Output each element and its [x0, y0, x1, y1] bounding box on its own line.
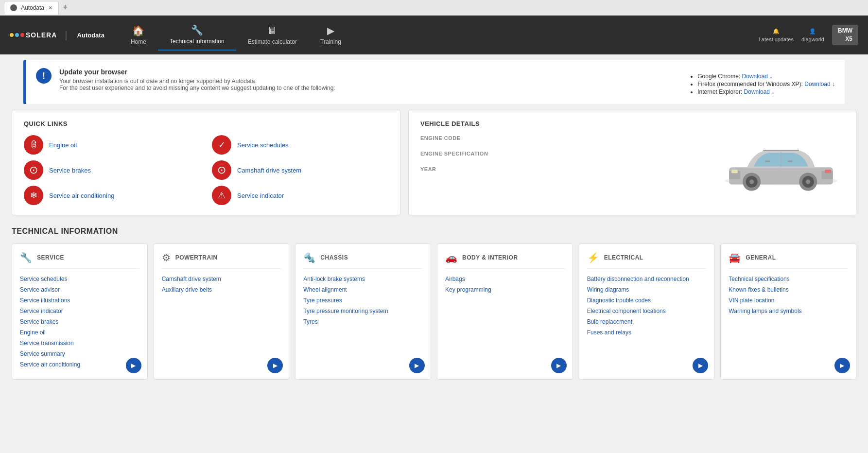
- service-card: 🔧 SERVICE Service schedules Service advi…: [12, 244, 148, 380]
- year-field: YEAR: [420, 166, 710, 172]
- body-card-title: BODY & INTERIOR: [462, 254, 518, 261]
- nav-training-label: Training: [320, 38, 341, 45]
- link-service-summary[interactable]: Service summary: [20, 350, 139, 357]
- link-bulb[interactable]: Bulb replacement: [587, 318, 707, 325]
- quick-link-engine-oil[interactable]: 🛢 Engine oil: [24, 135, 200, 155]
- nav-estimate-label: Estimate calculator: [248, 38, 297, 45]
- engine-code-field: ENGINE CODE: [420, 135, 710, 141]
- camshaft-label: Camshaft drive system: [237, 167, 301, 174]
- link-warning-lamps[interactable]: Warning lamps and symbols: [729, 308, 848, 314]
- logo-dot-red: [20, 33, 24, 37]
- quick-link-service-ac[interactable]: ❄ Service air conditioning: [24, 186, 200, 205]
- link-service-advisor[interactable]: Service advisor: [20, 286, 139, 293]
- service-play-button[interactable]: ▶: [126, 358, 141, 373]
- chassis-links: Anti-lock brake systems Wheel alignment …: [303, 276, 423, 325]
- electrical-card: ⚡ ELECTRICAL Battery disconnection and r…: [579, 244, 715, 380]
- link-component-locations[interactable]: Electrical component locations: [587, 308, 707, 314]
- nav-items: 🏠 Home 🔧 Technical information 🖩 Estimat…: [119, 19, 759, 51]
- general-links: Technical specifications Known fixes & b…: [729, 276, 848, 314]
- chassis-card-header: 🔩 CHASSIS: [303, 252, 423, 269]
- latest-updates-button[interactable]: 🔔 Latest updates: [759, 28, 794, 42]
- link-key-programming[interactable]: Key programming: [445, 286, 565, 293]
- link-wheel-alignment[interactable]: Wheel alignment: [303, 286, 423, 293]
- general-car-icon: 🚘: [729, 252, 741, 263]
- link-known-fixes[interactable]: Known fixes & bulletins: [729, 286, 848, 293]
- service-schedules-label: Service schedules: [237, 141, 289, 149]
- link-service-brakes[interactable]: Service brakes: [20, 318, 139, 325]
- link-tyres[interactable]: Tyres: [303, 318, 423, 325]
- ie-download-link[interactable]: Download ↓: [744, 88, 775, 95]
- link-tech-specs[interactable]: Technical specifications: [729, 276, 848, 282]
- main-content: ! Update your browser Your browser insta…: [0, 60, 868, 391]
- powertrain-card-title: POWERTRAIN: [175, 254, 218, 261]
- nav-item-estimate[interactable]: 🖩 Estimate calculator: [236, 20, 309, 50]
- electrical-card-title: ELECTRICAL: [604, 254, 643, 261]
- new-tab-button[interactable]: +: [59, 1, 71, 14]
- nav-item-training[interactable]: ▶ Training: [309, 20, 353, 50]
- solera-text: SOLERA: [26, 31, 57, 39]
- link-service-ac[interactable]: Service air conditioning: [20, 361, 139, 368]
- svg-rect-13: [763, 150, 799, 151]
- calculator-icon: 🖩: [267, 25, 277, 36]
- play-icon-3: ▶: [415, 362, 419, 369]
- chrome-download-link[interactable]: Download ↓: [742, 73, 773, 80]
- link-airbags[interactable]: Airbags: [445, 276, 565, 282]
- nav-item-technical[interactable]: 🔧 Technical information: [158, 19, 236, 51]
- user-label: diagworld: [801, 36, 824, 42]
- electrical-links: Battery disconnection and reconnection W…: [587, 276, 707, 336]
- quick-link-service-schedules[interactable]: ✓ Service schedules: [212, 135, 388, 155]
- user-account-button[interactable]: 👤 diagworld: [801, 28, 824, 42]
- play-icon-4: ▶: [556, 362, 561, 369]
- link-vin-plate[interactable]: VIN plate location: [729, 297, 848, 304]
- technical-info-section: TECHNICAL INFORMATION 🔧 SERVICE Service …: [12, 227, 856, 380]
- svg-point-5: [749, 179, 754, 184]
- svg-rect-15: [788, 160, 792, 162]
- vehicle-image: [718, 120, 844, 205]
- link-battery[interactable]: Battery disconnection and reconnection: [587, 276, 707, 282]
- link-dtc[interactable]: Diagnostic trouble codes: [587, 297, 707, 304]
- link-camshaft[interactable]: Camshaft drive system: [162, 276, 281, 282]
- vehicle-details-title: VEHICLE DETAILS: [420, 120, 710, 127]
- general-card: 🚘 GENERAL Technical specifications Known…: [720, 244, 856, 380]
- powertrain-play-button[interactable]: ▶: [267, 358, 283, 373]
- link-wiring[interactable]: Wiring diagrams: [587, 286, 707, 293]
- chassis-card-title: CHASSIS: [320, 254, 348, 261]
- body-play-button[interactable]: ▶: [551, 358, 567, 373]
- vehicle-badge[interactable]: BMW X5: [832, 25, 858, 45]
- tab-favicon: [10, 4, 17, 11]
- tab-close-button[interactable]: ✕: [48, 5, 52, 11]
- active-browser-tab[interactable]: Autodata ✕: [4, 1, 59, 15]
- quick-link-service-brakes[interactable]: ⊙ Service brakes: [24, 160, 200, 180]
- vehicle-name: BMW: [838, 27, 852, 35]
- link-service-schedules[interactable]: Service schedules: [20, 276, 139, 282]
- nav-technical-label: Technical information: [170, 38, 225, 45]
- electrical-play-button[interactable]: ▶: [693, 358, 708, 373]
- svg-rect-11: [731, 169, 738, 173]
- link-fuses[interactable]: Fuses and relays: [587, 329, 707, 336]
- link-service-indicator[interactable]: Service indicator: [20, 308, 139, 314]
- general-play-button[interactable]: ▶: [834, 358, 850, 373]
- quick-links-grid: 🛢 Engine oil ✓ Service schedules ⊙ Servi…: [24, 135, 388, 205]
- link-abs[interactable]: Anti-lock brake systems: [303, 276, 423, 282]
- link-engine-oil[interactable]: Engine oil: [20, 329, 139, 336]
- brakes-icon: ⊙: [24, 160, 43, 180]
- link-aux-belts[interactable]: Auxiliary drive belts: [162, 286, 281, 293]
- link-service-illustrations[interactable]: Service illustrations: [20, 297, 139, 304]
- link-service-transmission[interactable]: Service transmission: [20, 340, 139, 347]
- alert-icon: !: [36, 68, 52, 84]
- link-tpms[interactable]: Tyre pressure monitoring system: [303, 308, 423, 314]
- technical-info-title: TECHNICAL INFORMATION: [12, 227, 856, 236]
- quick-link-camshaft[interactable]: ⊙ Camshaft drive system: [212, 160, 388, 180]
- play-circle-icon: ▶: [327, 25, 334, 36]
- powertrain-card-header: ⚙ POWERTRAIN: [162, 252, 281, 269]
- nav-item-home[interactable]: 🏠 Home: [119, 20, 158, 50]
- body-interior-card: 🚗 BODY & INTERIOR Airbags Key programmin…: [437, 244, 573, 380]
- home-icon: 🏠: [132, 25, 144, 36]
- quick-link-service-indicator[interactable]: ⚠ Service indicator: [212, 186, 388, 205]
- powertrain-gear-icon: ⚙: [162, 252, 171, 263]
- link-tyre-pressures[interactable]: Tyre pressures: [303, 297, 423, 304]
- autodata-logo-text: Autodata: [77, 32, 104, 39]
- svg-rect-14: [765, 160, 770, 162]
- chassis-play-button[interactable]: ▶: [409, 358, 425, 373]
- firefox-download-link[interactable]: Download ↓: [804, 81, 835, 87]
